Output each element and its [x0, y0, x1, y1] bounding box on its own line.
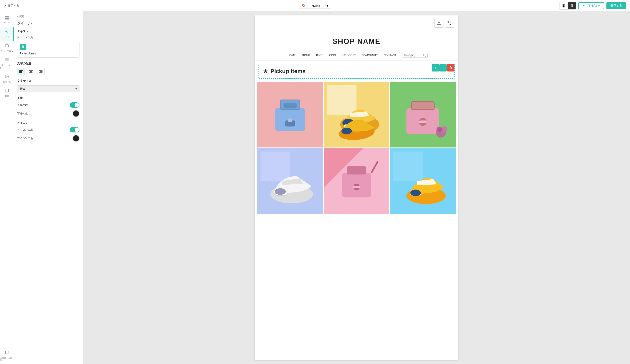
section-actions: ↑ ↓ 🗑	[432, 64, 454, 71]
svg-point-49	[436, 127, 442, 132]
nav-category[interactable]: CATEGORY	[339, 52, 358, 58]
move-down-button[interactable]: ↓	[439, 64, 447, 71]
section-selected-outer: ↑ ↓ 🗑 ★ Pickup Items	[256, 62, 456, 80]
sidebar-item-feedback[interactable]: ご意見・ご要望	[0, 348, 14, 364]
icon-color-row: アイコンの色	[17, 135, 80, 142]
svg-point-10	[7, 76, 8, 77]
product-card-1[interactable]	[257, 82, 323, 147]
nav-contact[interactable]: CONTACT	[381, 52, 399, 58]
text-input-value: Pickup Items	[20, 52, 77, 55]
sidebar-item-theme[interactable]: テーマ	[0, 13, 14, 27]
sidebar-item-shop-logo[interactable]: ショップロゴ	[0, 41, 14, 55]
underline-section-label: 下線	[17, 96, 80, 100]
product-card-6[interactable]	[390, 148, 456, 214]
icon-color-picker[interactable]	[72, 135, 80, 142]
text-input-area[interactable]: B Pickup Items	[17, 41, 80, 58]
feedback-label: ご意見・ご要望	[0, 356, 14, 362]
svg-rect-63	[393, 152, 423, 181]
shop-name: SHOP NAME	[255, 31, 458, 50]
shop-nav: HOME ABOUT BLOG COIN CATEGORY COMMUNITY …	[255, 50, 458, 60]
back-icon: ‹	[17, 15, 18, 18]
search-input[interactable]	[404, 54, 422, 57]
desktop-device-button[interactable]: 🖥	[568, 2, 576, 9]
section-star-icon: ★	[263, 68, 268, 74]
shop-header-cart-button[interactable]	[445, 19, 454, 28]
save-button[interactable]: 保存する	[606, 2, 626, 9]
eye-icon: 👁	[582, 4, 585, 7]
svg-rect-44	[411, 102, 434, 110]
align-left-button[interactable]	[17, 68, 25, 75]
svg-rect-58	[347, 166, 366, 174]
icon-color-label: アイコンの色	[17, 136, 33, 140]
svg-point-11	[6, 77, 7, 78]
nav-community[interactable]: COMMUNITY	[359, 52, 380, 58]
svg-point-26	[450, 24, 451, 25]
navigation-icon	[5, 57, 9, 63]
icon-toggle[interactable]	[70, 127, 80, 132]
house-icon: 🏠	[302, 4, 305, 7]
bold-indicator: B	[20, 44, 26, 50]
icon-show-row: アイコン表示	[17, 127, 80, 132]
product-grid	[257, 82, 456, 214]
align-center-button[interactable]	[27, 68, 35, 75]
main-layout: テーマ パーツ ショップロゴ ナビゲーション スタイル	[0, 11, 630, 364]
underline-toggle[interactable]	[70, 102, 80, 108]
section-selected-wrapper[interactable]: ↑ ↓ 🗑 ★ Pickup Items	[258, 64, 455, 79]
sidebar-item-style[interactable]: スタイル	[0, 72, 14, 85]
panel-title: タイトル	[17, 21, 80, 25]
search-icon	[423, 54, 426, 57]
mobile-device-button[interactable]: 📱	[560, 2, 568, 9]
svg-rect-12	[5, 89, 8, 92]
shop-header-tent-button[interactable]	[434, 19, 444, 28]
text-section-label: テキスト	[17, 30, 80, 33]
delete-section-button[interactable]: 🗑	[447, 64, 454, 71]
alignment-buttons	[17, 68, 80, 75]
product-card-5[interactable]	[324, 148, 390, 214]
text-input-label: テキスト入力	[17, 36, 80, 39]
product-card-4[interactable]	[257, 148, 323, 214]
section-content: ★ Pickup Items	[259, 65, 454, 78]
align-right-button[interactable]	[36, 68, 45, 75]
font-size-select[interactable]: 小 中 大 特大	[17, 85, 80, 92]
nav-home[interactable]: HOME	[285, 52, 298, 58]
sidebar-item-navigation[interactable]: ナビゲーション	[0, 55, 14, 71]
underline-color-row: 下線の色	[17, 110, 80, 117]
chevron-down-icon: ▾	[327, 4, 328, 7]
sidebar-item-background[interactable]: 背景	[0, 86, 14, 99]
preview-button[interactable]: 👁 プレビュー	[578, 2, 604, 9]
background-label: 背景	[5, 95, 9, 97]
preview-label: プレビュー	[586, 4, 600, 7]
top-bar-left: ✕ 終了する	[4, 4, 19, 7]
underline-color-picker[interactable]	[72, 110, 80, 117]
sidebar-item-parts[interactable]: パーツ	[0, 27, 14, 41]
shop-logo-label: ショップロゴ	[1, 50, 13, 53]
font-size-label: 文字サイズ	[17, 79, 80, 83]
svg-rect-61	[352, 186, 360, 188]
back-button[interactable]: ‹ 戻る	[17, 15, 80, 18]
nav-search	[402, 53, 428, 58]
back-label: 戻る	[19, 15, 24, 18]
nav-about[interactable]: ABOUT	[299, 52, 313, 58]
svg-rect-32	[284, 103, 297, 108]
theme-icon	[5, 15, 9, 21]
svg-point-41	[342, 128, 352, 134]
alignment-label: 文字の配置	[17, 62, 80, 65]
shop-logo-icon	[5, 43, 9, 49]
product-card-2[interactable]	[324, 82, 390, 147]
svg-point-54	[275, 188, 286, 195]
nav-coin[interactable]: COIN	[327, 52, 338, 58]
close-button[interactable]: ✕ 終了する	[4, 4, 19, 7]
underline-color-label: 下線の色	[17, 112, 28, 115]
parts-icon	[4, 29, 9, 35]
svg-rect-4	[5, 45, 8, 47]
move-up-button[interactable]: ↑	[432, 64, 439, 71]
theme-label: テーマ	[4, 22, 10, 24]
svg-rect-0	[5, 16, 7, 17]
close-icon: ✕	[4, 4, 6, 7]
nav-blog[interactable]: BLOG	[314, 52, 326, 58]
page-selector[interactable]: 🏠 HOME ▾	[299, 3, 331, 9]
parts-label: パーツ	[4, 36, 10, 38]
section-title: Pickup Items	[270, 68, 306, 74]
top-bar-center: 🏠 HOME ▾	[299, 3, 331, 9]
product-card-3[interactable]	[390, 82, 456, 147]
